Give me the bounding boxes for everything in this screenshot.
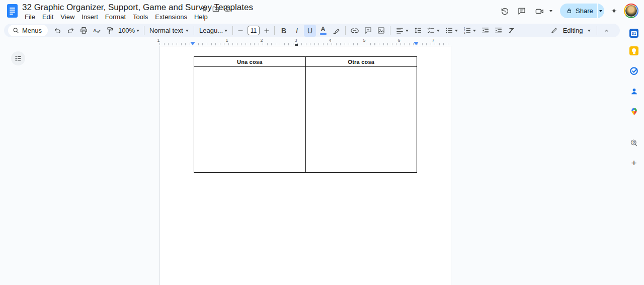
google-keep-icon[interactable] xyxy=(629,46,638,55)
menu-file[interactable]: File xyxy=(21,13,39,21)
underline-button[interactable]: U xyxy=(304,25,316,37)
table-body-cell[interactable] xyxy=(305,67,417,172)
chevron-down-icon xyxy=(455,30,458,32)
paint-format-icon[interactable] xyxy=(104,25,116,37)
redo-button[interactable] xyxy=(64,25,76,37)
svg-text:3: 3 xyxy=(464,32,465,34)
side-panel: 31 D + › xyxy=(624,22,644,285)
highlight-color-button[interactable] xyxy=(330,25,342,37)
svg-text:A: A xyxy=(93,27,97,33)
table-header-cell[interactable]: Otra cosa xyxy=(305,57,417,66)
outline-icon xyxy=(14,54,22,62)
version-history-icon[interactable] xyxy=(499,6,510,17)
toolbar-divider xyxy=(274,26,275,35)
google-maps-icon[interactable] xyxy=(629,107,638,116)
move-folder-icon[interactable] xyxy=(212,5,220,13)
italic-button[interactable]: I xyxy=(291,25,303,37)
text-color-swatch xyxy=(320,33,327,35)
document-page[interactable]: Una cosa Otra cosa xyxy=(159,46,451,285)
print-button[interactable] xyxy=(77,25,90,37)
paragraph-style-select[interactable]: Normal text xyxy=(147,25,191,37)
zoom-select[interactable]: 100% xyxy=(117,25,141,37)
gemini-sparkle-icon[interactable] xyxy=(608,6,619,17)
toolbar-divider xyxy=(597,26,597,35)
numbered-list-button[interactable]: 123 xyxy=(461,25,478,37)
google-calendar-icon[interactable]: 31 xyxy=(629,29,638,38)
menu-tools[interactable]: Tools xyxy=(129,13,151,21)
pencil-icon xyxy=(550,27,558,34)
chevron-down-icon xyxy=(588,30,591,32)
zoom-value: 100% xyxy=(118,27,135,34)
menu-edit[interactable]: Edit xyxy=(39,13,57,21)
ruler-ticks xyxy=(159,43,451,45)
search-icon xyxy=(12,27,20,34)
app-header: 32 Graphic Organizer, Support, Game and … xyxy=(0,0,644,22)
addon-icon[interactable]: D xyxy=(629,138,638,148)
bulleted-list-button[interactable] xyxy=(443,25,460,37)
editing-mode-select[interactable]: Editing xyxy=(547,25,594,37)
checklist-button[interactable] xyxy=(425,25,442,37)
google-docs-logo[interactable] xyxy=(7,4,18,18)
menu-bar: File Edit View Insert Format Tools Exten… xyxy=(21,12,211,21)
video-call-dropdown-icon[interactable] xyxy=(547,6,554,17)
table-body-row xyxy=(194,67,417,172)
ruler-label: 6 xyxy=(397,38,400,43)
menu-help[interactable]: Help xyxy=(191,13,211,21)
spellcheck-button[interactable]: A xyxy=(91,25,103,37)
bold-button[interactable]: B xyxy=(278,25,290,37)
menu-extensions[interactable]: Extensions xyxy=(151,13,191,21)
lock-icon xyxy=(566,8,573,14)
collapse-toolbar-button[interactable] xyxy=(600,25,612,37)
menu-insert[interactable]: Insert xyxy=(78,13,102,21)
chevron-down-icon xyxy=(473,30,476,32)
menus-search-button[interactable]: Menus xyxy=(8,25,48,36)
menu-format[interactable]: Format xyxy=(102,13,129,21)
increase-font-size-button[interactable] xyxy=(262,25,271,37)
share-button-label: Share xyxy=(576,7,593,15)
menus-label: Menus xyxy=(22,27,42,34)
account-avatar[interactable] xyxy=(624,4,638,18)
font-select[interactable]: Leagu... xyxy=(197,25,229,37)
clear-formatting-button[interactable] xyxy=(505,25,517,37)
menu-view[interactable]: View xyxy=(57,13,78,21)
share-dropdown-icon[interactable] xyxy=(597,4,604,18)
chevron-down-icon xyxy=(224,30,227,32)
cloud-saved-status-icon[interactable] xyxy=(223,5,231,13)
undo-button[interactable] xyxy=(51,25,63,37)
line-spacing-button[interactable] xyxy=(412,25,424,37)
right-indent-marker[interactable] xyxy=(414,42,419,45)
chevron-down-icon xyxy=(186,30,189,32)
insert-image-button[interactable] xyxy=(375,25,387,37)
decrease-indent-button[interactable] xyxy=(479,25,491,37)
two-column-table[interactable]: Una cosa Otra cosa xyxy=(194,56,417,173)
get-addons-button[interactable]: + xyxy=(629,158,638,167)
toolbar-divider xyxy=(390,26,390,35)
paragraph-style-value: Normal text xyxy=(149,27,183,34)
increase-indent-button[interactable] xyxy=(492,25,504,37)
toolbar-divider xyxy=(194,26,194,35)
google-tasks-icon[interactable] xyxy=(629,66,638,76)
toolbar: Menus A 100% Normal text Leagu... 11 B I xyxy=(4,24,620,37)
add-comment-button[interactable] xyxy=(362,25,374,37)
table-body-cell[interactable] xyxy=(194,67,305,172)
chevron-down-icon xyxy=(406,30,409,32)
table-header-cell[interactable]: Una cosa xyxy=(194,57,305,66)
font-size-input[interactable]: 11 xyxy=(248,26,260,35)
insert-link-button[interactable] xyxy=(349,25,361,37)
ruler-label: 5 xyxy=(363,38,365,43)
document-canvas: 1 1 2 3 4 5 6 7 Una cosa Otra cosa 2 xyxy=(0,37,624,285)
show-outline-button[interactable] xyxy=(11,51,25,65)
decrease-font-size-button[interactable] xyxy=(236,25,245,37)
comments-icon[interactable] xyxy=(516,6,527,17)
chevron-up-icon xyxy=(603,27,610,34)
google-contacts-icon[interactable] xyxy=(629,87,638,96)
avatar-photo xyxy=(625,5,637,17)
horizontal-ruler[interactable]: 1 1 2 3 4 5 6 7 xyxy=(0,37,624,46)
share-button[interactable]: Share xyxy=(560,4,604,18)
editing-mode-value: Editing xyxy=(563,27,583,34)
video-call-icon[interactable] xyxy=(532,6,546,17)
chevron-down-icon xyxy=(437,30,440,32)
left-indent-marker[interactable] xyxy=(190,42,195,45)
text-color-button[interactable]: A xyxy=(317,25,329,37)
align-button[interactable] xyxy=(393,25,411,37)
